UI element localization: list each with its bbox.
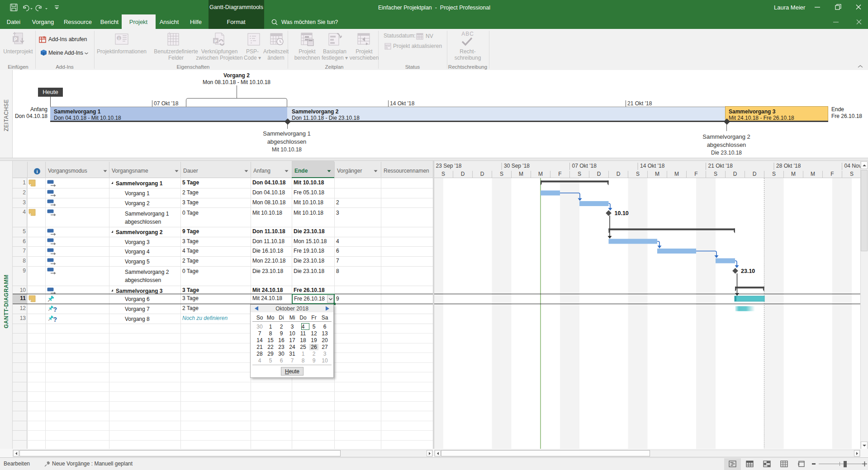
svg-text:M: M (811, 171, 815, 177)
svg-text:S: S (772, 171, 776, 177)
svg-text:D: D (733, 171, 737, 177)
svg-text:23.10: 23.10 (741, 268, 755, 274)
svg-text:F: F (558, 171, 561, 177)
svg-text:04 Nov '1: 04 Nov '1 (844, 163, 861, 169)
svg-text:07 Okt '18: 07 Okt '18 (572, 163, 597, 169)
svg-text:S: S (850, 171, 854, 177)
svg-text:30 Sep '18: 30 Sep '18 (504, 163, 530, 169)
svg-text:23 Sep '18: 23 Sep '18 (436, 163, 462, 169)
svg-text:S: S (500, 171, 503, 177)
svg-text:28 Okt '18: 28 Okt '18 (776, 163, 801, 169)
svg-text:i: i (36, 169, 38, 174)
svg-text:21 Okt '18: 21 Okt '18 (708, 163, 733, 169)
svg-text:P: P (14, 37, 17, 42)
svg-text:D: D (480, 171, 484, 177)
svg-text:D: D (753, 171, 757, 177)
svg-text:D: D (617, 171, 621, 177)
svg-text:S: S (578, 171, 581, 177)
svg-text:P: P (214, 39, 217, 43)
svg-text:i: i (119, 36, 120, 41)
svg-text:M: M (791, 171, 796, 177)
svg-text:?: ? (53, 306, 57, 313)
svg-text:F: F (694, 171, 697, 177)
svg-text:M: M (538, 171, 543, 177)
svg-text:14 Okt '18: 14 Okt '18 (640, 163, 665, 169)
svg-text:F: F (830, 171, 834, 177)
svg-text:M: M (655, 171, 659, 177)
svg-text:S: S (636, 171, 640, 177)
svg-text:M: M (674, 171, 679, 177)
svg-text:10.10: 10.10 (615, 210, 629, 216)
svg-text:S: S (441, 171, 445, 177)
svg-text:M: M (519, 171, 523, 177)
svg-text:S: S (714, 171, 717, 177)
svg-text:D: D (461, 171, 465, 177)
svg-text:D: D (597, 171, 601, 177)
svg-text:?: ? (53, 316, 57, 323)
